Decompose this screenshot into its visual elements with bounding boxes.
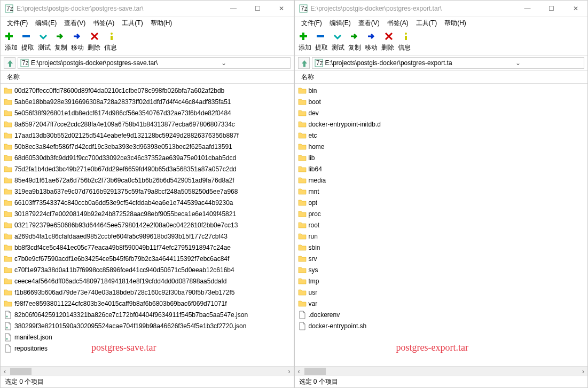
scroll-right-icon[interactable]: ›: [579, 368, 587, 375]
list-item[interactable]: 17aad13db30b552d02125d5414eabefe9d132128…: [4, 130, 291, 141]
menu-item[interactable]: 帮助(H): [147, 18, 176, 29]
menu-item[interactable]: 帮助(H): [441, 18, 469, 29]
address-input[interactable]: E:\projects\postgis-docker\postgres-save…: [18, 57, 291, 69]
list-item[interactable]: media: [298, 175, 585, 186]
list-item[interactable]: usr: [298, 287, 585, 298]
close-button[interactable]: ✕: [270, 1, 294, 17]
menu-item[interactable]: 书签(A): [90, 18, 117, 29]
list-item[interactable]: repositories: [4, 343, 291, 354]
scroll-left-icon[interactable]: ‹: [1, 368, 9, 375]
list-item[interactable]: docker-entrypoint.sh: [298, 320, 585, 331]
status-text: 选定 0 个项目: [5, 377, 44, 386]
list-item[interactable]: c70f1e973a38d0a11b7f6998cc85896fced41cc9…: [4, 264, 291, 275]
list-item[interactable]: 380299f3e82101590a302095524acae704f199b9…: [4, 320, 291, 331]
list-item[interactable]: lib: [298, 152, 585, 163]
close-button[interactable]: ✕: [563, 1, 587, 17]
list-item[interactable]: opt: [298, 197, 585, 208]
list-item[interactable]: root: [298, 219, 585, 231]
list-item[interactable]: 5e056f38f926801e1db8edcf6174d986cf56e354…: [4, 107, 291, 118]
list-item[interactable]: f98f7ee85938011224cfc803b3e4015caff9b8af…: [4, 298, 291, 309]
horizontal-scrollbar[interactable]: ‹›: [295, 366, 588, 376]
menu-item[interactable]: 书签(A): [384, 18, 412, 29]
list-item[interactable]: tmp: [298, 275, 585, 287]
menu-item[interactable]: 工具(T): [119, 18, 146, 29]
toolbar-label: 添加: [298, 43, 312, 52]
delete-button[interactable]: [383, 31, 395, 43]
up-button[interactable]: [298, 57, 310, 69]
column-header-name[interactable]: 名称: [4, 72, 23, 83]
menu-item[interactable]: 查看(V): [355, 18, 383, 29]
menu-item[interactable]: 查看(V): [61, 18, 89, 29]
add-button[interactable]: [4, 31, 15, 43]
menu-item[interactable]: 编辑(E): [32, 18, 60, 29]
list-item[interactable]: sbin: [298, 242, 585, 253]
list-item[interactable]: 319ea9b13ba637e9c07d7616b9291375c59fa79a…: [4, 186, 291, 197]
list-item[interactable]: mnt: [298, 186, 585, 197]
menu-item[interactable]: 编辑(E): [326, 18, 354, 29]
up-button[interactable]: [4, 57, 15, 69]
minimize-button[interactable]: —: [515, 1, 539, 17]
list-item[interactable]: 82b06f064259120143321ba826ce7c172bf04404…: [4, 309, 291, 320]
list-item[interactable]: ceece4af5646dff06adc548097184941814e8f19…: [4, 275, 291, 287]
test-button[interactable]: [38, 31, 50, 43]
list-item[interactable]: a269d54fa1c86cfafdaaed9852ccbfe604fa5c98…: [4, 231, 291, 242]
address-dropdown-icon[interactable]: ⌄: [160, 59, 287, 67]
list-item[interactable]: 75d2fa1b4ded3bc49b271e0b67dd29ef6659fd49…: [4, 163, 291, 175]
list-item[interactable]: proc: [298, 208, 585, 219]
list-item[interactable]: manifest.json: [4, 331, 291, 343]
address-input[interactable]: E:\projects\postgis-docker\postgres-expo…: [312, 57, 585, 69]
copy-button[interactable]: [349, 31, 361, 43]
scroll-thumb[interactable]: [304, 368, 326, 375]
test-button[interactable]: [332, 31, 344, 43]
extract-button[interactable]: [21, 31, 33, 43]
extract-button[interactable]: [315, 31, 327, 43]
file-name: ceece4af5646dff06adc548097184941814e8f19…: [14, 278, 227, 285]
menu-item[interactable]: 文件(F): [298, 18, 325, 29]
info-button[interactable]: [106, 31, 118, 43]
list-item[interactable]: home: [298, 141, 585, 152]
file-list: 00d270ffecc0ffd78600d89f04da0210c1cfbe07…: [1, 84, 294, 366]
list-item[interactable]: run: [298, 231, 585, 242]
maximize-button[interactable]: ☐: [539, 1, 563, 17]
list-item[interactable]: 68d60530db3fc9dd91f9cc700d33092ce3c46c37…: [4, 152, 291, 163]
list-item[interactable]: 301879224cf7e00208149b92e24b872528aac98e…: [4, 208, 291, 219]
list-item[interactable]: sys: [298, 264, 585, 275]
list-item[interactable]: c7b0e9cf67590acdf1e6b34254ce5b45f6fb79b2…: [4, 253, 291, 264]
add-button[interactable]: [298, 31, 310, 43]
column-header-name[interactable]: 名称: [298, 72, 317, 83]
list-item[interactable]: .dockerenv: [298, 309, 585, 320]
copy-button[interactable]: [55, 31, 67, 43]
list-item[interactable]: f1b86693b606ad79de73e740e03a18bdeb728c16…: [4, 287, 291, 298]
address-bar: E:\projects\postgis-docker\postgres-expo…: [295, 55, 588, 71]
minimize-button[interactable]: —: [222, 1, 246, 17]
delete-button[interactable]: [89, 31, 101, 43]
list-item[interactable]: dev: [298, 107, 585, 118]
scroll-left-icon[interactable]: ‹: [295, 368, 303, 375]
move-button[interactable]: [72, 31, 84, 43]
scroll-thumb[interactable]: [10, 368, 32, 375]
list-item[interactable]: lib64: [298, 163, 585, 175]
move-button[interactable]: [366, 31, 378, 43]
info-button[interactable]: [401, 31, 412, 43]
list-item[interactable]: bin: [298, 85, 585, 96]
menu-item[interactable]: 文件(F): [4, 18, 31, 29]
folder-icon: [298, 221, 307, 229]
list-item[interactable]: var: [298, 298, 585, 309]
address-dropdown-icon[interactable]: ⌄: [454, 59, 582, 67]
list-item[interactable]: 5ab6e18bba928e3916696308a728a28373ff02d1…: [4, 96, 291, 107]
list-item[interactable]: etc: [298, 130, 585, 141]
maximize-button[interactable]: ☐: [246, 1, 270, 17]
list-item[interactable]: 8a65972047ff7cce2cdc288fa4e109a6758b41b8…: [4, 118, 291, 130]
horizontal-scrollbar[interactable]: ‹›: [1, 366, 294, 376]
scroll-right-icon[interactable]: ›: [285, 368, 294, 375]
list-item[interactable]: 85e49d1f61ae672a6d756b2c2f73b69ca0c51b6b…: [4, 175, 291, 186]
list-item[interactable]: srv: [298, 253, 585, 264]
list-item[interactable]: 00d270ffecc0ffd78600d89f04da0210c1cfbe07…: [4, 85, 291, 96]
list-item[interactable]: boot: [298, 96, 585, 107]
list-item[interactable]: 0321792379e650686b93d644645ee57980142e2f…: [4, 219, 291, 231]
list-item[interactable]: 66103ff73543374c840ccb0a6dd53e9cf54cfdda…: [4, 197, 291, 208]
list-item[interactable]: docker-entrypoint-initdb.d: [298, 118, 585, 130]
menu-item[interactable]: 工具(T): [413, 18, 440, 29]
list-item[interactable]: bb8f3cdf4ce5c4841ec05c77eaca49b8f590049b…: [4, 242, 291, 253]
list-item[interactable]: 50b8ec3a84efb586f7d42cdf19c3eba393e3d963…: [4, 141, 291, 152]
